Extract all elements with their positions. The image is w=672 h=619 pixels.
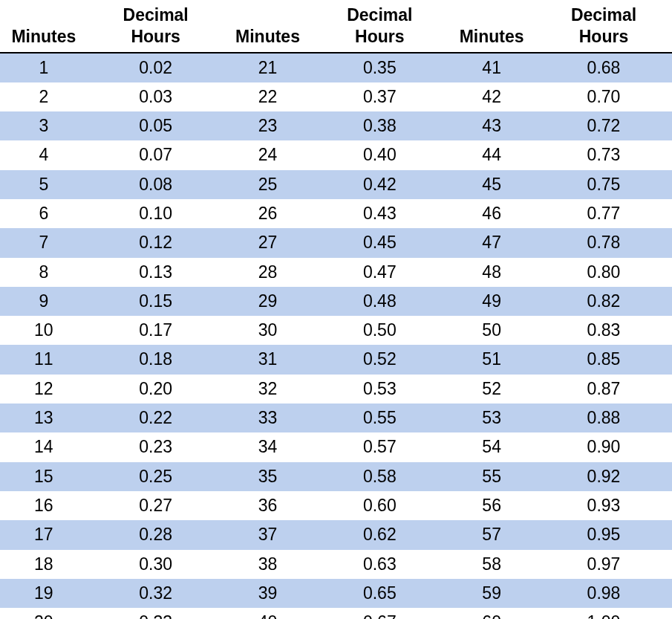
cell-decimal-hours: 0.68 <box>535 53 672 82</box>
table-row: 130.22330.55530.88 <box>0 404 672 432</box>
table-row: 100.17300.50500.83 <box>0 316 672 345</box>
table-row: 110.18310.52510.85 <box>0 345 672 374</box>
cell-minutes: 38 <box>224 550 312 579</box>
cell-decimal-hours: 0.05 <box>88 111 224 140</box>
cell-minutes: 19 <box>0 579 88 608</box>
cell-decimal-hours: 0.58 <box>311 462 448 491</box>
cell-minutes: 7 <box>0 228 88 257</box>
cell-minutes: 48 <box>448 258 535 287</box>
cell-decimal-hours: 0.93 <box>535 491 672 520</box>
cell-minutes: 21 <box>224 53 312 82</box>
header-decimal-hours-1: DecimalHours <box>88 0 224 53</box>
cell-decimal-hours: 0.32 <box>88 579 224 608</box>
cell-decimal-hours: 0.83 <box>535 316 672 345</box>
cell-minutes: 33 <box>224 404 312 432</box>
cell-decimal-hours: 0.82 <box>535 287 672 316</box>
cell-minutes: 13 <box>0 404 88 432</box>
header-decimal-hours-3: DecimalHours <box>535 0 672 53</box>
cell-minutes: 23 <box>224 111 312 140</box>
table-row: 160.27360.60560.93 <box>0 491 672 520</box>
cell-decimal-hours: 0.40 <box>311 140 448 169</box>
cell-decimal-hours: 0.57 <box>311 432 448 461</box>
cell-minutes: 36 <box>224 491 312 520</box>
cell-minutes: 54 <box>448 432 535 461</box>
cell-decimal-hours: 0.10 <box>88 199 224 228</box>
cell-minutes: 10 <box>0 316 88 345</box>
cell-minutes: 12 <box>0 375 88 404</box>
cell-decimal-hours: 0.55 <box>311 404 448 432</box>
table-row: 180.30380.63580.97 <box>0 550 672 579</box>
cell-decimal-hours: 0.08 <box>88 170 224 199</box>
cell-decimal-hours: 0.28 <box>88 520 224 549</box>
cell-decimal-hours: 0.30 <box>88 550 224 579</box>
cell-decimal-hours: 0.80 <box>535 258 672 287</box>
table-row: 190.32390.65590.98 <box>0 579 672 608</box>
cell-minutes: 16 <box>0 491 88 520</box>
cell-decimal-hours: 0.03 <box>88 82 224 111</box>
cell-minutes: 17 <box>0 520 88 549</box>
cell-decimal-hours: 0.97 <box>535 550 672 579</box>
cell-decimal-hours: 0.52 <box>311 345 448 374</box>
cell-decimal-hours: 0.43 <box>311 199 448 228</box>
cell-decimal-hours: 0.42 <box>311 170 448 199</box>
cell-decimal-hours: 0.67 <box>311 608 448 619</box>
table-row: 150.25350.58550.92 <box>0 462 672 491</box>
cell-decimal-hours: 0.38 <box>311 111 448 140</box>
cell-decimal-hours: 0.50 <box>311 316 448 345</box>
cell-minutes: 40 <box>224 608 312 619</box>
cell-minutes: 25 <box>224 170 312 199</box>
cell-minutes: 15 <box>0 462 88 491</box>
cell-decimal-hours: 0.18 <box>88 345 224 374</box>
cell-minutes: 37 <box>224 520 312 549</box>
cell-minutes: 2 <box>0 82 88 111</box>
cell-minutes: 1 <box>0 53 88 82</box>
cell-minutes: 14 <box>0 432 88 461</box>
cell-decimal-hours: 0.98 <box>535 579 672 608</box>
cell-decimal-hours: 0.53 <box>311 375 448 404</box>
cell-decimal-hours: 0.15 <box>88 287 224 316</box>
cell-decimal-hours: 0.07 <box>88 140 224 169</box>
cell-minutes: 32 <box>224 375 312 404</box>
cell-decimal-hours: 0.27 <box>88 491 224 520</box>
cell-minutes: 22 <box>224 82 312 111</box>
header-minutes-2: Minutes <box>224 0 312 53</box>
cell-decimal-hours: 0.73 <box>535 140 672 169</box>
table-row: 30.05230.38430.72 <box>0 111 672 140</box>
cell-minutes: 55 <box>448 462 535 491</box>
cell-minutes: 6 <box>0 199 88 228</box>
cell-minutes: 41 <box>448 53 535 82</box>
cell-minutes: 45 <box>448 170 535 199</box>
cell-decimal-hours: 0.88 <box>535 404 672 432</box>
cell-decimal-hours: 0.12 <box>88 228 224 257</box>
cell-minutes: 9 <box>0 287 88 316</box>
table-body: 10.02210.35410.6820.03220.37420.7030.052… <box>0 53 672 620</box>
cell-minutes: 30 <box>224 316 312 345</box>
table-row: 170.28370.62570.95 <box>0 520 672 549</box>
table-row: 140.23340.57540.90 <box>0 432 672 461</box>
cell-decimal-hours: 0.92 <box>535 462 672 491</box>
cell-decimal-hours: 0.02 <box>88 53 224 82</box>
table-header-row: Minutes DecimalHours Minutes DecimalHour… <box>0 0 672 53</box>
cell-decimal-hours: 0.77 <box>535 199 672 228</box>
cell-decimal-hours: 0.63 <box>311 550 448 579</box>
header-minutes-3: Minutes <box>448 0 535 53</box>
cell-minutes: 26 <box>224 199 312 228</box>
cell-decimal-hours: 0.47 <box>311 258 448 287</box>
cell-minutes: 49 <box>448 287 535 316</box>
cell-decimal-hours: 0.85 <box>535 345 672 374</box>
cell-minutes: 28 <box>224 258 312 287</box>
table-row: 80.13280.47480.80 <box>0 258 672 287</box>
cell-decimal-hours: 0.70 <box>535 82 672 111</box>
cell-decimal-hours: 0.13 <box>88 258 224 287</box>
cell-decimal-hours: 0.45 <box>311 228 448 257</box>
table-row: 50.08250.42450.75 <box>0 170 672 199</box>
cell-minutes: 3 <box>0 111 88 140</box>
table-row: 70.12270.45470.78 <box>0 228 672 257</box>
header-minutes-1: Minutes <box>0 0 88 53</box>
cell-decimal-hours: 0.60 <box>311 491 448 520</box>
cell-decimal-hours: 0.90 <box>535 432 672 461</box>
cell-minutes: 39 <box>224 579 312 608</box>
cell-minutes: 50 <box>448 316 535 345</box>
cell-minutes: 8 <box>0 258 88 287</box>
table-row: 20.03220.37420.70 <box>0 82 672 111</box>
